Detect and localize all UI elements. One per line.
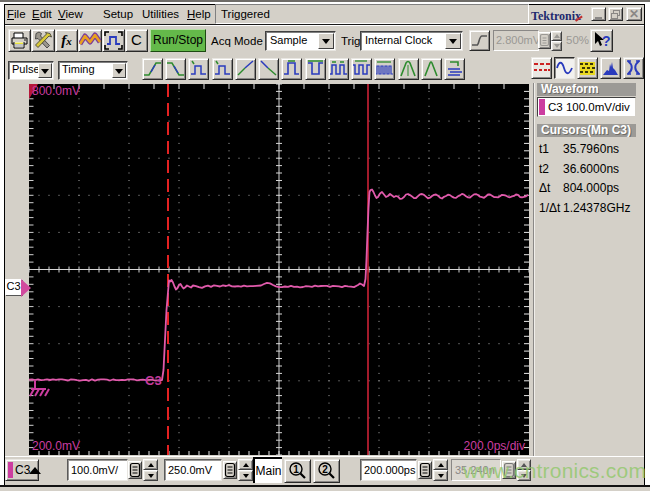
svg-text:2: 2: [322, 464, 328, 475]
svg-text:800.0mV: 800.0mV: [32, 84, 80, 98]
svg-text:200.0ps/div: 200.0ps/div: [464, 439, 525, 453]
svg-text:200.0mV: 200.0mV: [32, 439, 80, 453]
svg-text:1: 1: [293, 464, 299, 475]
svg-text:C3: C3: [145, 373, 162, 388]
svg-text:?: ?: [602, 33, 611, 49]
